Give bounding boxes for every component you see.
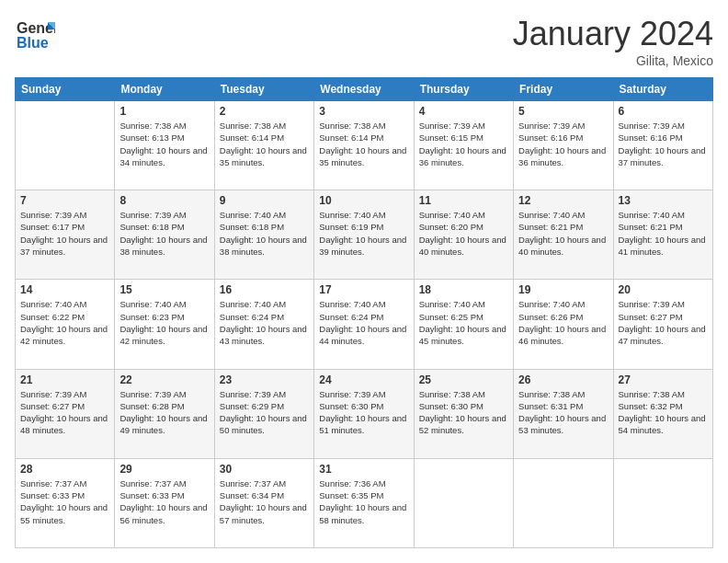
day-number: 14 — [20, 283, 109, 296]
day-cell: 12Sunrise: 7:40 AMSunset: 6:21 PMDayligh… — [514, 190, 613, 280]
day-cell: 5Sunrise: 7:39 AMSunset: 6:16 PMDaylight… — [514, 101, 613, 190]
day-number: 10 — [319, 194, 408, 207]
week-row-1: 1Sunrise: 7:38 AMSunset: 6:13 PMDaylight… — [16, 101, 713, 190]
day-cell: 7Sunrise: 7:39 AMSunset: 6:17 PMDaylight… — [16, 190, 115, 280]
day-info: Sunrise: 7:38 AMSunset: 6:13 PMDaylight:… — [119, 121, 207, 167]
col-friday: Friday — [514, 78, 613, 101]
day-number: 11 — [419, 194, 508, 207]
day-cell: 24Sunrise: 7:39 AMSunset: 6:30 PMDayligh… — [314, 369, 414, 458]
calendar-table: Sunday Monday Tuesday Wednesday Thursday… — [15, 77, 713, 548]
day-number: 6 — [619, 105, 708, 118]
day-cell: 3Sunrise: 7:38 AMSunset: 6:14 PMDaylight… — [314, 101, 414, 190]
day-number: 23 — [220, 373, 309, 386]
day-cell: 22Sunrise: 7:39 AMSunset: 6:28 PMDayligh… — [115, 369, 214, 458]
day-info: Sunrise: 7:39 AMSunset: 6:28 PMDaylight:… — [119, 389, 207, 436]
day-cell: 11Sunrise: 7:40 AMSunset: 6:20 PMDayligh… — [414, 190, 513, 280]
day-cell: 9Sunrise: 7:40 AMSunset: 6:18 PMDaylight… — [214, 190, 313, 280]
day-cell — [514, 458, 613, 547]
day-cell: 2Sunrise: 7:38 AMSunset: 6:14 PMDaylight… — [214, 101, 313, 190]
day-cell: 17Sunrise: 7:40 AMSunset: 6:24 PMDayligh… — [314, 280, 414, 369]
day-number: 19 — [518, 283, 608, 296]
col-saturday: Saturday — [613, 78, 712, 101]
day-cell: 13Sunrise: 7:40 AMSunset: 6:21 PMDayligh… — [613, 190, 712, 280]
day-cell — [16, 101, 115, 190]
day-number: 12 — [518, 194, 608, 207]
day-info: Sunrise: 7:38 AMSunset: 6:31 PMDaylight:… — [518, 389, 606, 436]
logo-icon: General Blue — [15, 15, 55, 55]
col-thursday: Thursday — [414, 78, 513, 101]
day-info: Sunrise: 7:39 AMSunset: 6:16 PMDaylight:… — [518, 121, 606, 167]
day-cell — [414, 458, 513, 547]
week-row-4: 21Sunrise: 7:39 AMSunset: 6:27 PMDayligh… — [16, 369, 713, 458]
day-cell: 8Sunrise: 7:39 AMSunset: 6:18 PMDaylight… — [115, 190, 214, 280]
day-info: Sunrise: 7:40 AMSunset: 6:18 PMDaylight:… — [220, 210, 307, 257]
day-cell: 6Sunrise: 7:39 AMSunset: 6:16 PMDaylight… — [613, 101, 712, 190]
day-info: Sunrise: 7:40 AMSunset: 6:19 PMDaylight:… — [319, 210, 406, 257]
day-info: Sunrise: 7:39 AMSunset: 6:30 PMDaylight:… — [319, 389, 406, 436]
day-number: 3 — [319, 105, 408, 118]
day-number: 2 — [220, 105, 309, 118]
day-cell: 27Sunrise: 7:38 AMSunset: 6:32 PMDayligh… — [613, 369, 712, 458]
day-cell: 15Sunrise: 7:40 AMSunset: 6:23 PMDayligh… — [115, 280, 214, 369]
day-cell: 10Sunrise: 7:40 AMSunset: 6:19 PMDayligh… — [314, 190, 414, 280]
day-number: 4 — [419, 105, 508, 118]
day-number: 25 — [419, 373, 508, 386]
day-info: Sunrise: 7:40 AMSunset: 6:23 PMDaylight:… — [119, 299, 207, 346]
day-cell: 25Sunrise: 7:38 AMSunset: 6:30 PMDayligh… — [414, 369, 513, 458]
day-info: Sunrise: 7:40 AMSunset: 6:25 PMDaylight:… — [419, 299, 506, 346]
day-info: Sunrise: 7:39 AMSunset: 6:27 PMDaylight:… — [619, 299, 706, 346]
day-info: Sunrise: 7:40 AMSunset: 6:24 PMDaylight:… — [319, 299, 406, 346]
day-info: Sunrise: 7:37 AMSunset: 6:34 PMDaylight:… — [220, 478, 307, 525]
day-number: 8 — [119, 194, 209, 207]
day-info: Sunrise: 7:38 AMSunset: 6:30 PMDaylight:… — [419, 389, 506, 436]
day-cell: 29Sunrise: 7:37 AMSunset: 6:33 PMDayligh… — [115, 458, 214, 547]
day-cell: 30Sunrise: 7:37 AMSunset: 6:34 PMDayligh… — [214, 458, 313, 547]
day-number: 13 — [619, 194, 708, 207]
day-info: Sunrise: 7:39 AMSunset: 6:18 PMDaylight:… — [119, 210, 207, 257]
day-cell: 26Sunrise: 7:38 AMSunset: 6:31 PMDayligh… — [514, 369, 613, 458]
day-info: Sunrise: 7:38 AMSunset: 6:32 PMDaylight:… — [619, 389, 706, 436]
day-number: 24 — [319, 373, 408, 386]
day-info: Sunrise: 7:40 AMSunset: 6:20 PMDaylight:… — [419, 210, 506, 257]
title-section: January 2024 Gilita, Mexico — [513, 15, 713, 68]
day-number: 26 — [518, 373, 608, 386]
day-number: 21 — [20, 373, 109, 386]
day-cell: 18Sunrise: 7:40 AMSunset: 6:25 PMDayligh… — [414, 280, 513, 369]
col-monday: Monday — [115, 78, 214, 101]
day-number: 27 — [619, 373, 708, 386]
logo: General Blue — [15, 15, 55, 59]
day-number: 31 — [319, 463, 408, 476]
day-info: Sunrise: 7:38 AMSunset: 6:14 PMDaylight:… — [220, 121, 307, 167]
day-info: Sunrise: 7:37 AMSunset: 6:33 PMDaylight:… — [20, 478, 108, 525]
svg-text:Blue: Blue — [17, 35, 49, 51]
day-number: 5 — [518, 105, 608, 118]
page: General Blue January 2024 Gilita, Mexico… — [0, 0, 728, 563]
day-cell: 20Sunrise: 7:39 AMSunset: 6:27 PMDayligh… — [613, 280, 712, 369]
day-info: Sunrise: 7:40 AMSunset: 6:22 PMDaylight:… — [20, 299, 108, 346]
day-info: Sunrise: 7:40 AMSunset: 6:21 PMDaylight:… — [619, 210, 706, 257]
day-cell: 23Sunrise: 7:39 AMSunset: 6:29 PMDayligh… — [214, 369, 313, 458]
day-number: 22 — [119, 373, 209, 386]
day-number: 17 — [319, 283, 408, 296]
day-info: Sunrise: 7:39 AMSunset: 6:16 PMDaylight:… — [619, 121, 706, 167]
day-cell: 31Sunrise: 7:36 AMSunset: 6:35 PMDayligh… — [314, 458, 414, 547]
day-info: Sunrise: 7:39 AMSunset: 6:15 PMDaylight:… — [419, 121, 506, 167]
col-sunday: Sunday — [16, 78, 115, 101]
day-info: Sunrise: 7:36 AMSunset: 6:35 PMDaylight:… — [319, 478, 406, 525]
day-info: Sunrise: 7:39 AMSunset: 6:17 PMDaylight:… — [20, 210, 108, 257]
day-number: 30 — [220, 463, 309, 476]
header: General Blue January 2024 Gilita, Mexico — [15, 15, 713, 68]
week-row-3: 14Sunrise: 7:40 AMSunset: 6:22 PMDayligh… — [16, 280, 713, 369]
day-number: 7 — [20, 194, 109, 207]
day-cell: 19Sunrise: 7:40 AMSunset: 6:26 PMDayligh… — [514, 280, 613, 369]
day-cell: 16Sunrise: 7:40 AMSunset: 6:24 PMDayligh… — [214, 280, 313, 369]
day-number: 18 — [419, 283, 508, 296]
day-number: 20 — [619, 283, 708, 296]
day-cell: 28Sunrise: 7:37 AMSunset: 6:33 PMDayligh… — [16, 458, 115, 547]
day-number: 16 — [220, 283, 309, 296]
col-tuesday: Tuesday — [214, 78, 313, 101]
day-cell — [613, 458, 712, 547]
day-info: Sunrise: 7:39 AMSunset: 6:29 PMDaylight:… — [220, 389, 307, 436]
day-info: Sunrise: 7:40 AMSunset: 6:24 PMDaylight:… — [220, 299, 307, 346]
day-info: Sunrise: 7:40 AMSunset: 6:21 PMDaylight:… — [518, 210, 606, 257]
